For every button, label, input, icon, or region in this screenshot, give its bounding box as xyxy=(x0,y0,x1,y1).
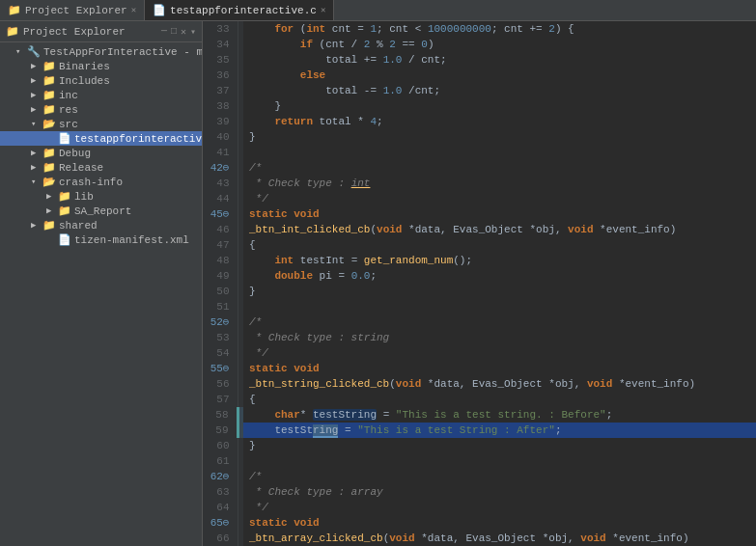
tree-item-inc[interactable]: ▶ 📁 inc xyxy=(0,88,202,102)
expand-arrow-release[interactable]: ▶ xyxy=(31,162,42,173)
code-line-33[interactable]: for (int cnt = 1; cnt < 1000000000; cnt … xyxy=(243,21,756,37)
code-line-37[interactable]: total -= 1.0 /cnt; xyxy=(243,83,756,98)
tree-item-tizen-manifest[interactable]: 📄 tizen-manifest.xml xyxy=(0,232,202,247)
line-number: 56 xyxy=(203,376,238,392)
code-line-35[interactable]: total += 1.0 / cnt; xyxy=(243,52,756,68)
expand-arrow-debug[interactable]: ▶ xyxy=(31,148,42,158)
code-line-36[interactable]: else xyxy=(243,68,756,83)
table-row: 38 } xyxy=(203,98,756,114)
table-row: 47 { xyxy=(203,237,756,253)
tree-item-shared[interactable]: ▶ 📁 shared xyxy=(0,218,202,232)
code-line-39[interactable]: return total * 4; xyxy=(243,114,756,129)
code-line-38[interactable]: } xyxy=(243,98,756,114)
collapse-all-button[interactable]: ─ xyxy=(161,26,167,38)
tab-close-testappforinteractive[interactable]: ✕ xyxy=(321,5,325,15)
expand-arrow-res[interactable]: ▶ xyxy=(31,104,42,115)
lib-folder-icon: 📁 xyxy=(58,190,71,203)
tree-item-sa-report[interactable]: ▶ 📁 SA_Report xyxy=(0,204,202,218)
editor[interactable]: 33 for (int cnt = 1; cnt < 1000000000; c… xyxy=(203,21,756,546)
code-line-40[interactable]: } xyxy=(243,129,756,145)
expand-arrow-shared[interactable]: ▶ xyxy=(31,220,42,231)
sidebar-folder-icon: 📁 xyxy=(6,25,19,38)
tree-label-debug: Debug xyxy=(59,148,91,159)
sidebar-title-bar: 📁 Project Explorer ─ □ ✕ ▾ xyxy=(0,21,202,42)
menu-button[interactable]: ▾ xyxy=(190,26,196,38)
tree-item-binaries[interactable]: ▶ 📁 Binaries xyxy=(0,59,202,73)
code-line-47[interactable]: { xyxy=(243,237,756,253)
tree-item-src[interactable]: ▾ 📂 src xyxy=(0,117,202,131)
line-number: 59 xyxy=(203,423,238,438)
tree-item-crash-info[interactable]: ▾ 📂 crash-info xyxy=(0,175,202,189)
expand-arrow-includes[interactable]: ▶ xyxy=(31,75,42,86)
expand-arrow-binaries[interactable]: ▶ xyxy=(31,61,42,71)
table-row: 60 } xyxy=(203,438,756,453)
code-line-65[interactable]: static void xyxy=(243,515,756,531)
line-number: 61 xyxy=(203,453,238,469)
maximize-button[interactable]: □ xyxy=(171,26,177,38)
src-folder-icon: 📂 xyxy=(42,118,56,130)
line-number: 63 xyxy=(203,484,238,500)
expand-arrow-src[interactable]: ▾ xyxy=(31,119,42,129)
project-explorer-icon: 📁 xyxy=(8,4,21,16)
tree-item-root[interactable]: ▾ 🔧 TestAppForInteractive - mobi xyxy=(0,44,202,59)
tree-item-res[interactable]: ▶ 📁 res xyxy=(0,102,202,117)
code-line-60[interactable]: } xyxy=(243,438,756,453)
code-line-50[interactable]: } xyxy=(243,284,756,299)
code-line-42[interactable]: /* xyxy=(243,160,756,176)
close-sidebar-button[interactable]: ✕ xyxy=(181,26,186,38)
code-line-59[interactable]: testString = "This is a test String : Af… xyxy=(243,423,756,438)
code-line-64[interactable]: */ xyxy=(243,500,756,515)
line-number: 54 xyxy=(203,345,238,361)
sidebar-title: 📁 Project Explorer xyxy=(6,25,126,38)
code-line-62[interactable]: /* xyxy=(243,469,756,484)
code-line-41[interactable] xyxy=(243,145,756,160)
tree-item-includes[interactable]: ▶ 📁 Includes xyxy=(0,73,202,88)
table-row: 39 return total * 4; xyxy=(203,114,756,129)
tree-label-shared: shared xyxy=(59,220,98,232)
line-number: 46 xyxy=(203,222,238,237)
tree-label-src: src xyxy=(59,119,78,130)
expand-arrow-crash-info[interactable]: ▾ xyxy=(31,177,42,187)
tree-item-lib[interactable]: ▶ 📁 lib xyxy=(0,189,202,204)
expand-arrow-lib[interactable]: ▶ xyxy=(46,191,58,202)
code-line-57[interactable]: { xyxy=(243,392,756,407)
tree-item-debug[interactable]: ▶ 📁 Debug xyxy=(0,146,202,160)
code-line-54[interactable]: */ xyxy=(243,345,756,361)
code-line-43[interactable]: * Check type : int xyxy=(243,176,756,191)
tab-project-explorer[interactable]: 📁 Project Explorer ✕ xyxy=(0,0,145,20)
code-line-45[interactable]: static void xyxy=(243,206,756,222)
code-line-46[interactable]: _btn_int_clicked_cb(void *data, Evas_Obj… xyxy=(243,222,756,237)
line-number: 36 xyxy=(203,68,238,83)
shared-folder-icon: 📁 xyxy=(42,219,56,232)
tab-testappforinteractive[interactable]: 📄 testappforinteractive.c ✕ xyxy=(145,0,334,20)
tab-close-project-explorer[interactable]: ✕ xyxy=(131,5,136,15)
sidebar-tree[interactable]: ▾ 🔧 TestAppForInteractive - mobi ▶ 📁 Bin… xyxy=(0,42,202,546)
code-line-56[interactable]: _btn_string_clicked_cb(void *data, Evas_… xyxy=(243,376,756,392)
expand-arrow-sa-report[interactable]: ▶ xyxy=(46,205,58,216)
table-row: 53 * Check type : string xyxy=(203,330,756,345)
code-line-44[interactable]: */ xyxy=(243,191,756,206)
table-row: 35 total += 1.0 / cnt; xyxy=(203,52,756,68)
code-line-48[interactable]: int testInt = get_random_num(); xyxy=(243,253,756,268)
code-line-63[interactable]: * Check type : array xyxy=(243,484,756,500)
code-line-51[interactable] xyxy=(243,299,756,314)
expand-arrow-inc[interactable]: ▶ xyxy=(31,90,42,100)
tree-label-lib: lib xyxy=(74,191,94,203)
code-line-52[interactable]: /* xyxy=(243,314,756,330)
code-line-58[interactable]: char* testString = "This is a test strin… xyxy=(243,407,756,423)
code-line-53[interactable]: * Check type : string xyxy=(243,330,756,345)
includes-folder-icon: 📁 xyxy=(42,74,56,87)
table-row: 40 } xyxy=(203,129,756,145)
code-line-61[interactable] xyxy=(243,453,756,469)
table-row: 41 xyxy=(203,145,756,160)
table-row: 65⊖ static void xyxy=(203,515,756,531)
editor-content[interactable]: 33 for (int cnt = 1; cnt < 1000000000; c… xyxy=(203,21,756,546)
code-line-66[interactable]: _btn_array_clicked_cb(void *data, Evas_O… xyxy=(243,531,756,546)
tree-item-release[interactable]: ▶ 📁 Release xyxy=(0,160,202,175)
line-number: 50 xyxy=(203,284,238,299)
code-line-34[interactable]: if (cnt / 2 % 2 == 0) xyxy=(243,37,756,52)
code-line-55[interactable]: static void xyxy=(243,361,756,376)
tree-item-testappforinteractive-c[interactable]: 📄 testappforinteractive.c xyxy=(0,131,202,146)
code-line-49[interactable]: double pi = 0.0; xyxy=(243,268,756,284)
expand-arrow-root[interactable]: ▾ xyxy=(15,46,27,57)
